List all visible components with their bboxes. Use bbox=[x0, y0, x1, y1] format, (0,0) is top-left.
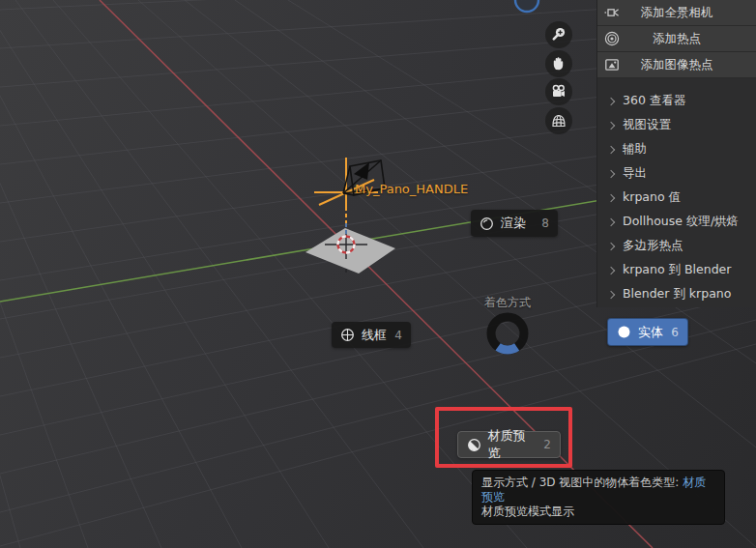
sidebar-button-label: 添加热点 bbox=[653, 31, 701, 47]
pie-item-rendered[interactable]: 渲染 8 bbox=[471, 210, 558, 237]
red-highlight-box bbox=[435, 407, 572, 468]
panel-label: krpano 值 bbox=[623, 189, 681, 206]
chevron-right-icon bbox=[607, 169, 615, 177]
tooltip-line2: 材质预览模式显示 bbox=[481, 505, 715, 519]
pie-item-hotkey: 4 bbox=[394, 329, 402, 342]
chevron-right-icon bbox=[607, 242, 615, 249]
pie-item-label: 实体 bbox=[638, 324, 663, 341]
panel-label: krpano 到 Blender bbox=[623, 262, 731, 278]
pie-item-label: 渲染 bbox=[501, 215, 526, 232]
pie-item-label: 线框 bbox=[362, 327, 387, 344]
sidebar-panel: 添加全景相机 添加热点 添加图像热点 360 查看器 视图设置 辅助 导出 kr… bbox=[596, 0, 756, 307]
chevron-right-icon bbox=[607, 121, 615, 129]
panel-view-settings[interactable]: 视图设置 bbox=[597, 113, 756, 137]
panel-krpano-values[interactable]: krpano 值 bbox=[597, 186, 756, 210]
panel-export[interactable]: 导出 bbox=[597, 161, 756, 186]
sidebar-panel-list: 360 查看器 视图设置 辅助 导出 krpano 值 Dollhouse 纹理… bbox=[597, 89, 756, 306]
camera-view-button[interactable] bbox=[545, 78, 572, 105]
chevron-right-icon bbox=[607, 290, 615, 298]
tooltip: 显示方式 / 3D 视图中的物体着色类型: 材质预览 材质预览模式显示 bbox=[472, 470, 725, 525]
pan-hand-icon bbox=[550, 55, 567, 72]
solid-shading-icon bbox=[617, 325, 631, 339]
panel-label: 辅助 bbox=[623, 141, 647, 158]
orbit-gizmo-icon[interactable] bbox=[515, 0, 538, 12]
panel-blender-to-krpano[interactable]: Blender 到 krpano bbox=[597, 282, 756, 306]
panel-label: 导出 bbox=[623, 165, 647, 182]
perspective-toggle-button[interactable] bbox=[545, 107, 572, 134]
blender-3d-viewport: My_Pano_HANDLE bbox=[0, 0, 756, 548]
rendered-shading-icon bbox=[480, 216, 494, 231]
camera-view-icon bbox=[550, 83, 567, 101]
add-image-hotspot-button[interactable]: 添加图像热点 bbox=[597, 52, 756, 78]
hotspot-icon bbox=[604, 31, 620, 46]
pie-item-hotkey: 6 bbox=[671, 326, 679, 339]
chevron-right-icon bbox=[607, 97, 615, 104]
perspective-grid-icon bbox=[550, 112, 567, 130]
panel-360-viewer[interactable]: 360 查看器 bbox=[597, 89, 756, 113]
panel-dollhouse-bake[interactable]: Dollhouse 纹理/烘焙 bbox=[597, 210, 756, 234]
panel-label: 视图设置 bbox=[623, 117, 671, 133]
panel-label: Blender 到 krpano bbox=[623, 286, 731, 303]
zoom-in-icon bbox=[550, 26, 567, 43]
panel-label: 360 查看器 bbox=[623, 93, 685, 109]
zoom-button[interactable] bbox=[545, 21, 572, 48]
wireframe-shading-icon bbox=[340, 328, 355, 342]
panel-label: Dollhouse 纹理/烘焙 bbox=[623, 214, 739, 230]
chevron-right-icon bbox=[607, 217, 615, 225]
pie-item-solid-selected[interactable]: 实体 6 bbox=[607, 318, 688, 346]
tooltip-line1: 显示方式 / 3D 视图中的物体着色类型: 材质预览 bbox=[481, 476, 715, 505]
chevron-right-icon bbox=[607, 266, 615, 274]
panel-polygon-hotspot[interactable]: 多边形热点 bbox=[597, 234, 756, 258]
sidebar-button-label: 添加图像热点 bbox=[641, 57, 713, 73]
chevron-right-icon bbox=[607, 145, 615, 153]
sidebar-button-label: 添加全景相机 bbox=[641, 5, 713, 21]
object-label: My_Pano_HANDLE bbox=[355, 182, 468, 196]
pano-camera-icon bbox=[604, 5, 620, 20]
panel-label: 多边形热点 bbox=[623, 238, 683, 254]
image-hotspot-icon bbox=[604, 57, 620, 72]
add-hotspot-button[interactable]: 添加热点 bbox=[597, 26, 756, 52]
chevron-right-icon bbox=[607, 193, 615, 201]
panel-helpers[interactable]: 辅助 bbox=[597, 137, 756, 161]
pie-item-hotkey: 8 bbox=[541, 216, 549, 230]
panel-krpano-to-blender[interactable]: krpano 到 Blender bbox=[597, 258, 756, 282]
pie-item-wireframe[interactable]: 线框 4 bbox=[332, 322, 411, 348]
pan-button[interactable] bbox=[545, 50, 572, 77]
tooltip-text: 显示方式 / 3D 视图中的物体着色类型: bbox=[481, 476, 679, 489]
pie-menu-center-ring bbox=[481, 307, 534, 360]
add-pano-camera-button[interactable]: 添加全景相机 bbox=[597, 0, 756, 26]
